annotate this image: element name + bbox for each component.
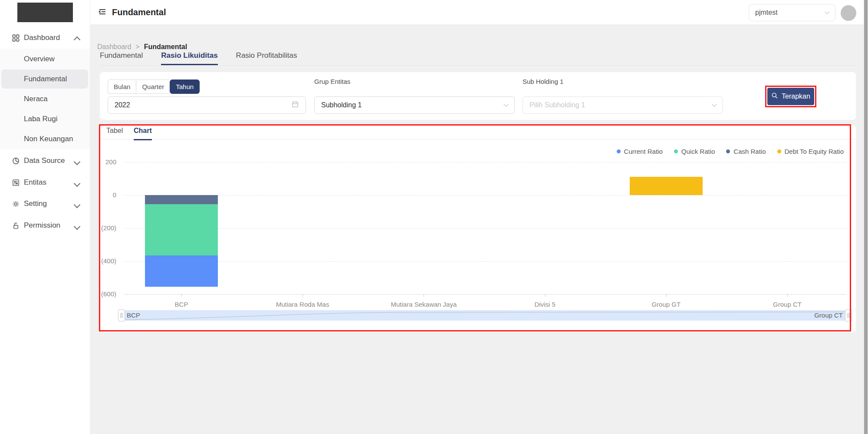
y-axis-tick-label: 200 bbox=[90, 158, 116, 166]
gridline bbox=[124, 261, 846, 262]
group-entitas-label: Grup Entitas bbox=[314, 78, 350, 85]
calendar-icon bbox=[291, 100, 299, 110]
sidebar-item-label: Data Source bbox=[24, 156, 65, 165]
x-axis-label-mutiara-roda-mas: Mutiara Roda Mas bbox=[255, 301, 350, 308]
sidebar: DashboardOverviewFundamentalNeracaLaba R… bbox=[0, 0, 90, 434]
slider-handle-left[interactable] bbox=[118, 309, 125, 321]
search-icon bbox=[771, 92, 778, 101]
x-axis-tick bbox=[787, 294, 788, 297]
slider-start-label: BCP bbox=[127, 311, 140, 319]
sidebar-item-label: Dashboard bbox=[24, 33, 60, 42]
sidebar-item-label: Overview bbox=[24, 55, 55, 63]
sliders-icon bbox=[11, 178, 20, 187]
chevron-down-icon bbox=[75, 201, 81, 207]
sidebar-item-non-keuangan[interactable]: Non Keuangan bbox=[0, 129, 90, 149]
filter-card: Bulan Quarter Tahun 2022 Grup Entitas Su… bbox=[100, 72, 856, 120]
page-title: Fundamental bbox=[112, 7, 166, 17]
breadcrumb-separator: > bbox=[135, 43, 139, 51]
breadcrumb-current: Fundamental bbox=[144, 43, 187, 51]
terapkan-button[interactable]: Terapkan bbox=[767, 88, 814, 105]
sidebar-item-label: Laba Rugi bbox=[24, 115, 58, 123]
x-axis-tick bbox=[181, 294, 182, 297]
breadcrumb-dashboard[interactable]: Dashboard bbox=[97, 43, 131, 51]
avatar[interactable] bbox=[841, 5, 856, 21]
breadcrumb: Dashboard > Fundamental bbox=[97, 43, 187, 51]
sidebar-item-dashboard[interactable]: Dashboard bbox=[0, 28, 90, 47]
bar-segment-current-ratio-bcp[interactable] bbox=[145, 255, 218, 287]
x-axis-label-mutiara-sekawan-jaya: Mutiara Sekawan Jaya bbox=[376, 301, 471, 308]
y-axis-tick-label: (600) bbox=[90, 290, 116, 298]
x-axis-label-divisi-5: Divisi 5 bbox=[497, 301, 593, 308]
period-option-tahun[interactable]: Tahun bbox=[170, 80, 200, 94]
user-select[interactable]: pjmtest bbox=[749, 4, 835, 21]
sidebar-item-overview[interactable]: Overview bbox=[0, 50, 90, 69]
gridline bbox=[124, 294, 846, 295]
sidebar-item-label: Neraca bbox=[24, 95, 48, 103]
bar-segment-debt-to-equity-ratio-group-gt[interactable] bbox=[630, 177, 703, 195]
subholding-select[interactable]: Pilih Subholding 1 bbox=[523, 96, 723, 114]
year-input-value: 2022 bbox=[115, 101, 130, 109]
x-axis-label-group-ct: Group CT bbox=[740, 301, 835, 308]
x-axis-label-group-gt: Group GT bbox=[618, 301, 714, 308]
tab-rasio-profitabilitas[interactable]: Rasio Profitabilitas bbox=[236, 51, 297, 65]
app-root: DashboardOverviewFundamentalNeracaLaba R… bbox=[0, 0, 868, 434]
sidebar-item-label: Fundamental bbox=[24, 75, 67, 83]
chevron-down-icon bbox=[75, 158, 81, 164]
chevron-down-icon bbox=[75, 179, 81, 186]
gridline bbox=[124, 162, 846, 162]
chevron-down-icon bbox=[825, 9, 829, 14]
x-axis-label-bcp: BCP bbox=[134, 301, 229, 308]
period-option-bulan[interactable]: Bulan bbox=[108, 80, 136, 94]
sidebar-item-entitas[interactable]: Entitas bbox=[0, 173, 90, 192]
chevron-down-icon bbox=[75, 222, 81, 229]
sidebar-item-setting[interactable]: Setting bbox=[0, 194, 90, 213]
sidebar-item-label: Entitas bbox=[24, 178, 46, 187]
year-input[interactable]: 2022 bbox=[108, 96, 306, 114]
gear-icon bbox=[11, 199, 20, 208]
page-tabs: Fundamental Rasio Likuiditas Rasio Profi… bbox=[100, 51, 856, 66]
chart-range-slider[interactable] bbox=[124, 310, 846, 321]
sidebar-item-laba-rugi[interactable]: Laba Rugi bbox=[0, 109, 90, 129]
group-entitas-value: Subholding 1 bbox=[321, 101, 362, 109]
bar-segment-quick-ratio-bcp[interactable] bbox=[145, 204, 218, 255]
gridline bbox=[124, 195, 846, 195]
grid-icon bbox=[11, 33, 20, 42]
sidebar-item-label: Non Keuangan bbox=[24, 135, 73, 143]
user-select-value: pjmtest bbox=[755, 9, 778, 17]
sidebar-item-label: Setting bbox=[24, 199, 47, 208]
lock-icon bbox=[11, 221, 20, 230]
page-scrollbar[interactable] bbox=[864, 0, 868, 434]
menu-fold-icon[interactable] bbox=[98, 7, 107, 18]
group-entitas-select[interactable]: Subholding 1 bbox=[314, 96, 515, 114]
period-toggle: Bulan Quarter Tahun bbox=[108, 80, 200, 94]
slider-end-label: Group CT bbox=[814, 311, 843, 319]
sidebar-item-data-source[interactable]: Data Source bbox=[0, 151, 90, 170]
sidebar-item-fundamental[interactable]: Fundamental bbox=[0, 70, 90, 89]
gridline bbox=[124, 228, 846, 229]
period-option-quarter[interactable]: Quarter bbox=[136, 80, 170, 94]
x-axis-tick bbox=[424, 294, 424, 297]
y-axis-tick-label: 0 bbox=[90, 191, 116, 199]
subholding-placeholder: Pilih Subholding 1 bbox=[529, 101, 585, 109]
scrollbar-thumb[interactable] bbox=[864, 0, 868, 434]
x-axis-tick bbox=[302, 294, 303, 297]
chevron-down-icon bbox=[712, 102, 717, 106]
chart-card: Tabel Chart Current RatioQuick RatioCash… bbox=[100, 125, 856, 332]
chart-plot-area: 2000(200)(400)(600)BCPMutiara Roda MasMu… bbox=[100, 125, 856, 332]
subholding-label: Sub Holding 1 bbox=[523, 78, 563, 85]
x-axis-tick bbox=[545, 294, 546, 297]
tab-fundamental[interactable]: Fundamental bbox=[100, 51, 143, 65]
slider-handle-right[interactable] bbox=[845, 309, 852, 321]
logo bbox=[17, 3, 73, 22]
sidebar-item-permission[interactable]: Permission bbox=[0, 216, 90, 235]
chevron-up-icon bbox=[75, 35, 81, 41]
tab-rasio-likuiditas[interactable]: Rasio Likuiditas bbox=[161, 51, 217, 65]
sidebar-item-neraca[interactable]: Neraca bbox=[0, 89, 90, 109]
bar-segment-cash-ratio-bcp[interactable] bbox=[145, 195, 218, 204]
chevron-down-icon bbox=[503, 102, 508, 106]
y-axis-tick-label: (200) bbox=[90, 224, 116, 232]
x-axis-tick bbox=[666, 294, 667, 297]
pie-chart-icon bbox=[11, 156, 20, 165]
sidebar-item-label: Permission bbox=[24, 221, 60, 230]
header: Fundamental pjmtest bbox=[90, 0, 864, 25]
